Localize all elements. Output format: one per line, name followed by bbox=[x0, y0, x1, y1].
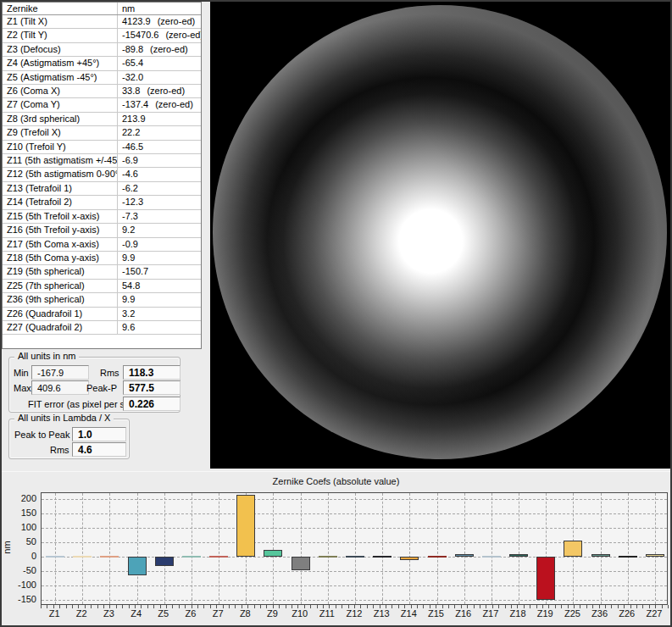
zernike-term-value: -6.2 bbox=[118, 182, 201, 195]
bar-Z9 bbox=[264, 550, 282, 557]
bar-Z27 bbox=[646, 554, 664, 557]
zernike-term-label: Z13 (Tetrafoil 1) bbox=[3, 182, 118, 195]
x-tick-label: Z27 bbox=[637, 608, 671, 619]
zernike-term-label: Z5 (Astigmatism -45°) bbox=[3, 71, 118, 84]
zernike-table-body: Z1 (Tilt X)4123.9(zero-ed)Z2 (Tilt Y)-15… bbox=[3, 15, 201, 335]
bar-Z14 bbox=[400, 557, 419, 560]
table-row[interactable]: Z5 (Astigmatism -45°)-32.0 bbox=[3, 71, 201, 85]
gridline-vertical bbox=[492, 493, 492, 604]
table-row[interactable]: Z36 (9th spherical)9.9 bbox=[3, 293, 201, 307]
bar-Z36 bbox=[591, 554, 610, 557]
zernike-term-value: -15470.6(zero-ed) bbox=[118, 29, 201, 42]
table-row[interactable]: Z14 (Tetrafoil 2)-12.3 bbox=[3, 196, 201, 209]
table-row[interactable]: Z9 (Trefoil X)22.2 bbox=[3, 126, 201, 140]
table-row[interactable]: Z18 (5th Coma y-axis)9.9 bbox=[3, 252, 201, 265]
rms-label: Rms bbox=[100, 367, 119, 380]
zernike-term-label: Z2 (Tilt Y) bbox=[3, 29, 118, 42]
wavefront-analyzer-window: Zernike nm Z1 (Tilt X)4123.9(zero-ed)Z2 … bbox=[0, 0, 672, 627]
zernike-term-label: Z4 (Astigmatism +45°) bbox=[3, 57, 118, 69]
zernike-term-value: 9.9 bbox=[118, 252, 201, 264]
fit-error-value: 0.226 bbox=[123, 397, 180, 411]
lambda-rms-value: 4.6 bbox=[72, 442, 126, 457]
zeroed-note: (zero-ed) bbox=[165, 30, 201, 40]
table-row[interactable]: Z4 (Astigmatism +45°)-65.4 bbox=[3, 57, 201, 70]
table-row[interactable]: Z8 (3rd spherical)213.9 bbox=[3, 113, 201, 126]
min-label: Min bbox=[14, 367, 29, 380]
zernike-term-value: 3.2 bbox=[118, 308, 201, 320]
column-header-zernike[interactable]: Zernike bbox=[3, 3, 118, 14]
zernike-term-label: Z16 (5th Trefoil y-axis) bbox=[3, 224, 118, 236]
table-row[interactable]: Z16 (5th Trefoil y-axis)9.2 bbox=[3, 224, 201, 237]
table-row[interactable]: Z13 (Tetrafoil 1)-6.2 bbox=[3, 182, 201, 196]
zernike-term-value: 213.9 bbox=[118, 113, 201, 125]
zernike-term-label: Z15 (5th Trefoil x-axis) bbox=[3, 210, 118, 223]
zernike-term-value: -7.3 bbox=[118, 210, 201, 223]
zernike-term-label: Z9 (Trefoil X) bbox=[3, 126, 118, 139]
gridline-vertical bbox=[409, 493, 410, 604]
zernike-term-value: -65.4 bbox=[118, 57, 201, 69]
zernike-term-label: Z6 (Coma X) bbox=[3, 85, 118, 97]
y-tick-label: -150 bbox=[4, 594, 36, 604]
gridline-vertical bbox=[328, 493, 329, 604]
y-tick-label: -100 bbox=[4, 580, 36, 590]
bar-Z16 bbox=[455, 554, 474, 557]
table-row[interactable]: Z11 (5th astigmatism +/-45°)-6.9 bbox=[3, 154, 201, 168]
zernike-term-label: Z7 (Coma Y) bbox=[3, 98, 118, 111]
zernike-term-value: -6.9 bbox=[118, 154, 201, 167]
stats-lambda-title: All units in Lambda / X bbox=[14, 413, 114, 423]
gridline-vertical bbox=[437, 493, 438, 604]
gridline-vertical bbox=[137, 493, 138, 604]
bar-Z11 bbox=[319, 556, 337, 558]
zernike-term-value: -46.5 bbox=[118, 141, 201, 153]
y-tick-label: 0 bbox=[4, 551, 36, 561]
table-row[interactable]: Z26 (Quadrafoil 1)3.2 bbox=[3, 308, 201, 321]
zernike-term-label: Z1 (Tilt X) bbox=[3, 15, 118, 28]
bar-Z1 bbox=[46, 556, 64, 558]
gridline-vertical bbox=[601, 493, 602, 604]
bar-Z4 bbox=[128, 557, 147, 575]
zernike-term-label: Z36 (9th spherical) bbox=[3, 293, 118, 306]
zernike-term-label: Z12 (5th astigmatism 0-90°) bbox=[3, 168, 118, 180]
bar-Z3 bbox=[100, 556, 119, 558]
gridline-vertical bbox=[164, 493, 165, 604]
y-tick-label: 150 bbox=[4, 508, 36, 518]
gridline-vertical bbox=[82, 493, 83, 604]
peak-p-value: 577.5 bbox=[123, 380, 180, 395]
wavefront-pupil-shading bbox=[213, 5, 667, 459]
table-row[interactable]: Z1 (Tilt X)4123.9(zero-ed) bbox=[3, 15, 201, 29]
zeroed-note: (zero-ed) bbox=[158, 16, 196, 26]
zernike-term-value: -0.9 bbox=[118, 238, 201, 251]
zernike-term-label: Z14 (Tetrafoil 2) bbox=[3, 196, 118, 208]
bar-Z13 bbox=[373, 556, 392, 558]
table-row[interactable]: Z3 (Defocus)-89.8(zero-ed) bbox=[3, 43, 201, 57]
table-row[interactable]: Z2 (Tilt Y)-15470.6(zero-ed) bbox=[3, 29, 201, 42]
stats-nm-groupbox: All units in nm Min -167.9 Rms 118.3 Max… bbox=[8, 357, 180, 413]
zernike-term-label: Z8 (3rd spherical) bbox=[3, 113, 118, 125]
zernike-term-label: Z19 (5th spherical) bbox=[3, 265, 118, 278]
table-row[interactable]: Z25 (7th spherical)54.8 bbox=[3, 280, 201, 293]
table-row[interactable]: Z7 (Coma Y)-137.4(zero-ed) bbox=[3, 98, 201, 112]
table-row[interactable]: Z6 (Coma X)33.8(zero-ed) bbox=[3, 85, 201, 98]
table-row[interactable]: Z17 (5th Coma x-axis)-0.9 bbox=[3, 238, 201, 252]
gridline-vertical bbox=[519, 493, 519, 604]
table-row[interactable]: Z19 (5th spherical)-150.7 bbox=[3, 265, 201, 279]
table-row[interactable]: Z10 (Trefoil Y)-46.5 bbox=[3, 141, 201, 154]
table-row[interactable]: Z27 (Quadrafoil 2)9.6 bbox=[3, 321, 201, 335]
zernike-term-value: -4.6 bbox=[118, 168, 201, 180]
column-header-nm[interactable]: nm bbox=[118, 3, 201, 14]
bar-Z17 bbox=[482, 556, 501, 558]
table-row[interactable]: Z15 (5th Trefoil x-axis)-7.3 bbox=[3, 210, 201, 224]
gridline-vertical bbox=[301, 493, 302, 604]
zernike-term-label: Z3 (Defocus) bbox=[3, 43, 118, 56]
max-label: Max bbox=[14, 382, 31, 395]
zeroed-note: (zero-ed) bbox=[150, 44, 188, 54]
gridline-vertical bbox=[464, 493, 465, 604]
table-row[interactable]: Z12 (5th astigmatism 0-90°)-4.6 bbox=[3, 168, 201, 181]
zernike-term-label: Z11 (5th astigmatism +/-45°) bbox=[3, 154, 118, 167]
bar-Z2 bbox=[73, 556, 92, 558]
lambda-rms-label: Rms bbox=[50, 444, 69, 457]
peak-to-peak-label: Peak to Peak bbox=[14, 429, 69, 441]
y-tick-label: 50 bbox=[4, 536, 36, 547]
y-tick-label: 100 bbox=[4, 522, 36, 532]
bar-Z25 bbox=[564, 541, 582, 557]
